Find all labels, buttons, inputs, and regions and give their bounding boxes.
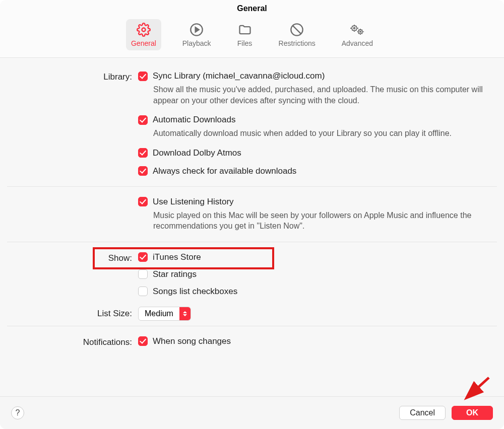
divider: [7, 242, 497, 242]
svg-line-4: [293, 26, 301, 34]
nosign-icon: [289, 22, 304, 37]
tab-label: General: [131, 39, 156, 47]
svg-point-6: [353, 28, 355, 29]
itunes-store-label: iTunes Store: [153, 252, 201, 262]
dolby-atmos-checkbox[interactable]: [138, 148, 148, 158]
divider: [7, 186, 497, 187]
sync-library-label: Sync Library (michael_cavanna@icloud.com…: [153, 71, 325, 81]
listening-history-desc: Music played on this Mac will be seen by…: [153, 210, 492, 232]
star-ratings-checkbox[interactable]: [138, 269, 148, 279]
songs-list-checkbox[interactable]: [138, 287, 148, 296]
footer-bar: ? Cancel OK: [0, 396, 504, 429]
notifications-section-label: Notifications:: [7, 336, 138, 347]
list-size-value: Medium: [139, 309, 179, 318]
sync-library-checkbox[interactable]: [138, 72, 148, 81]
tab-playback[interactable]: Playback: [177, 19, 216, 50]
show-section-label: Show:: [7, 252, 138, 263]
preferences-content: Library: Sync Library (michael_cavanna@i…: [0, 58, 504, 396]
listening-history-label: Use Listening History: [153, 197, 234, 207]
tab-label: Playback: [182, 39, 211, 47]
songs-list-label: Songs list checkboxes: [153, 287, 237, 297]
tab-label: Files: [237, 39, 253, 47]
svg-point-8: [360, 31, 361, 32]
svg-point-0: [142, 28, 145, 32]
tab-label: Restrictions: [279, 39, 316, 47]
svg-marker-2: [196, 27, 199, 32]
divider: [7, 326, 497, 326]
tab-files[interactable]: Files: [232, 19, 258, 50]
svg-point-7: [358, 30, 362, 34]
always-check-label: Always check for available downloads: [153, 166, 296, 176]
ok-button[interactable]: OK: [452, 406, 493, 420]
star-ratings-label: Star ratings: [153, 269, 197, 279]
tab-general[interactable]: General: [126, 19, 161, 50]
sync-library-desc: Show all the music you've added, purchas…: [153, 84, 492, 106]
song-changes-checkbox[interactable]: [138, 336, 148, 346]
tab-advanced[interactable]: Advanced: [337, 19, 378, 50]
gears-icon: [350, 22, 365, 37]
list-size-select[interactable]: Medium: [138, 307, 191, 321]
window-title: General: [0, 0, 504, 15]
listening-history-checkbox[interactable]: [138, 197, 148, 206]
folder-icon: [237, 22, 253, 37]
play-icon: [189, 22, 204, 37]
preferences-toolbar: General Playback Files Restrictions Adva…: [0, 15, 504, 58]
list-size-label: List Size:: [7, 307, 138, 319]
itunes-store-checkbox[interactable]: [138, 252, 148, 262]
always-check-checkbox[interactable]: [138, 166, 148, 176]
auto-downloads-label: Automatic Downloads: [153, 115, 235, 125]
preferences-window: General General Playback Files Restricti…: [0, 0, 504, 429]
gear-icon: [136, 22, 151, 37]
dolby-atmos-label: Download Dolby Atmos: [153, 148, 241, 158]
tab-label: Advanced: [342, 39, 373, 47]
cancel-button[interactable]: Cancel: [399, 406, 446, 420]
auto-downloads-desc: Automatically download music when added …: [153, 128, 492, 139]
tab-restrictions[interactable]: Restrictions: [274, 19, 321, 50]
library-section-label: Library:: [7, 71, 138, 82]
help-button[interactable]: ?: [11, 406, 24, 419]
song-changes-label: When song changes: [153, 336, 231, 346]
auto-downloads-checkbox[interactable]: [138, 115, 148, 125]
stepper-icon: [179, 307, 191, 320]
